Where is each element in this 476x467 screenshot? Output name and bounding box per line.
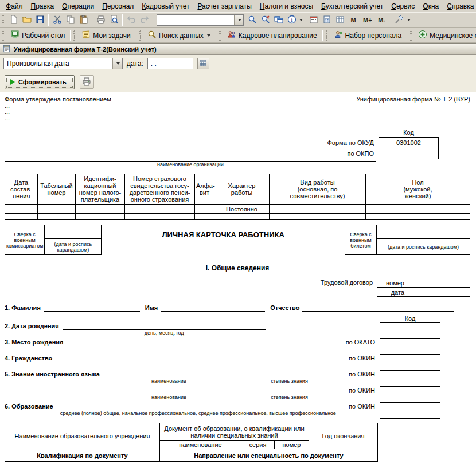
print-button[interactable] (94, 14, 107, 26)
menu-taxes[interactable]: Налоги и взносы (256, 1, 317, 11)
blank-line (239, 386, 340, 394)
search-input[interactable] (157, 15, 234, 25)
report-document: Форма утверждена постановлением Унифицир… (0, 92, 476, 467)
code-box (380, 370, 440, 387)
menu-operations[interactable]: Операции (58, 1, 98, 11)
application-window: Файл Правка Операции Персонал Кадровый у… (0, 0, 476, 467)
desktop-panel-button[interactable]: Рабочий стол (7, 29, 68, 42)
report-actions: Сформировать (0, 72, 476, 92)
blank-line (67, 338, 340, 346)
code-box (380, 402, 440, 419)
save-icon (36, 15, 45, 25)
tasks-icon (81, 30, 91, 41)
recruiting-panel-button[interactable]: Набор персонала (330, 29, 405, 42)
toolbar-grip[interactable] (219, 30, 221, 41)
menu-hr-records[interactable]: Кадровый учет (138, 1, 193, 11)
hr-planning-panel-button[interactable]: Кадровое планирование (224, 29, 321, 42)
find-button[interactable] (245, 14, 259, 26)
panel-button-label: Набор персонала (345, 32, 402, 40)
education-label: 6. Образование (5, 402, 57, 411)
check-note: (дата и роспись карандашом) (45, 239, 102, 255)
memory-add-button[interactable]: M+ (360, 14, 375, 26)
check-label: Сверка с военным билетом (345, 225, 377, 255)
info-dropdown-icon[interactable] (299, 19, 303, 21)
memory-subtract-button[interactable]: M- (375, 14, 389, 26)
paste-button[interactable] (77, 14, 90, 26)
toolbar-grip[interactable] (73, 30, 76, 41)
menu-service[interactable]: Сервис (387, 1, 419, 11)
customize-dropdown-icon[interactable] (407, 19, 411, 21)
date-picker-button[interactable] (197, 58, 209, 69)
blank-line (161, 304, 265, 312)
menu-personnel[interactable]: Персонал (98, 1, 138, 11)
header-table: Дата состав- ления Табельный номер Идент… (5, 174, 470, 220)
t1-header-work-nature: Характер работы (214, 174, 270, 205)
info-button[interactable]: i (285, 14, 298, 26)
toolbar-separator (92, 14, 92, 26)
date-input[interactable] (147, 58, 193, 69)
memory-store-button[interactable]: M (346, 14, 360, 26)
print-preview-icon (110, 15, 119, 25)
okud-label: Форма по ОКУД (327, 139, 379, 146)
info-icon: i (287, 15, 296, 25)
my-tasks-panel-button[interactable]: Мои задачи (78, 29, 134, 42)
toolbar-grip[interactable] (2, 30, 5, 41)
search-combo-arrow[interactable] (234, 15, 243, 25)
save-button[interactable] (33, 14, 46, 26)
undo-button[interactable] (124, 14, 138, 26)
new-document-button[interactable] (7, 14, 20, 26)
blank-line (239, 370, 340, 378)
toolbar-grip[interactable] (326, 30, 328, 41)
find-icon (248, 15, 257, 25)
windows-button[interactable] (272, 14, 285, 26)
menu-file[interactable]: Файл (2, 1, 27, 11)
toolbar-separator (136, 30, 136, 41)
firstname-label: Имя (145, 304, 161, 312)
edu-doc-name-header: наименование (160, 441, 241, 449)
t1-header-insurance: Номер страхового свидетельства госу- дар… (125, 174, 195, 205)
panel-button-label: Медицинское страхование (430, 32, 476, 40)
generate-button[interactable]: Сформировать (5, 75, 75, 89)
medical-insurance-panel-button[interactable]: Медицинское страхование (415, 29, 476, 42)
check-value-cell (377, 225, 470, 239)
period-dropdown-button[interactable] (112, 58, 122, 69)
toolbar-grip[interactable] (410, 30, 412, 41)
new-document-icon (9, 15, 18, 25)
report-window: Унифицированная форма Т-2(Воинский учет)… (0, 43, 476, 467)
toolbar-separator (153, 14, 153, 26)
menu-help[interactable]: Справка (443, 1, 476, 11)
blank-line (57, 402, 340, 410)
cut-button[interactable] (50, 14, 64, 26)
t1-header-gender: Пол (мужской, женский) (366, 174, 470, 205)
undo-icon (127, 15, 136, 25)
copy-button[interactable] (64, 14, 77, 26)
toolbar-grip[interactable] (2, 15, 5, 25)
menu-edit[interactable]: Правка (27, 1, 58, 11)
calculator-button[interactable] (320, 14, 333, 26)
search-combo (157, 14, 244, 26)
education-table: Наименование образовательного учреждения… (5, 423, 378, 462)
redo-button[interactable] (138, 14, 151, 26)
period-combobox[interactable]: Произвольная дата (3, 58, 123, 69)
check-value-cell (45, 225, 102, 239)
menu-payroll[interactable]: Расчет зарплаты (193, 1, 255, 11)
open-button[interactable] (20, 14, 33, 26)
menu-windows[interactable]: Окна (419, 1, 443, 11)
cancel-find-button[interactable] (259, 14, 272, 26)
tablo-button[interactable] (333, 14, 346, 26)
edu-year-header: Год окончания (309, 423, 378, 449)
customize-button[interactable] (393, 14, 406, 26)
check-note: (дата и роспись карандашом) (377, 239, 470, 255)
report-title: Унифицированная форма Т-2(Воинский учет) (14, 46, 157, 53)
okpo-value-box (379, 148, 439, 159)
menu-accounting[interactable]: Бухгалтерский учет (317, 1, 387, 11)
print-preview-button[interactable] (107, 14, 120, 26)
birthdate-label: 2. Дата рождения (5, 322, 63, 331)
toolbar-grip[interactable] (139, 30, 142, 41)
date-label: дата: (127, 60, 143, 68)
data-search-panel-button[interactable]: Поиск данных (144, 29, 214, 42)
calendar-button[interactable] (307, 14, 320, 26)
contract-number-cell (407, 278, 470, 288)
quick-print-button[interactable] (80, 75, 94, 89)
chevron-down-icon (238, 19, 241, 21)
